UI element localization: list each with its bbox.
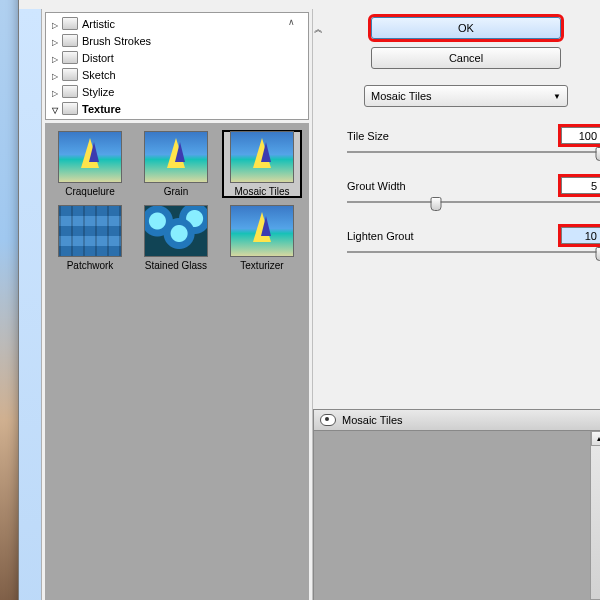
- tree-label: Stylize: [82, 86, 114, 98]
- effect-layers-panel: Mosaic Tiles ▴ ▾: [313, 409, 600, 600]
- tree-item-texture[interactable]: Texture: [46, 100, 308, 117]
- effect-layer-label: Mosaic Tiles: [342, 414, 403, 426]
- preview-pane-edge: [19, 9, 42, 600]
- tree-item-artistic[interactable]: Artistic: [46, 15, 308, 32]
- tree-item-brush-strokes[interactable]: Brush Strokes: [46, 32, 308, 49]
- tree-item-distort[interactable]: Distort: [46, 49, 308, 66]
- chevron-right-icon: [52, 18, 58, 30]
- tree-label: Distort: [82, 52, 114, 64]
- folder-icon: [62, 85, 78, 98]
- param-lighten-grout: Lighten Grout: [347, 227, 600, 244]
- thumb-preview: [230, 131, 294, 183]
- dropdown-value: Mosaic Tiles: [371, 90, 432, 102]
- thumb-preview: [58, 131, 122, 183]
- filter-select-dropdown[interactable]: Mosaic Tiles ▼: [364, 85, 568, 107]
- folder-icon: [62, 34, 78, 47]
- ok-button[interactable]: OK: [371, 17, 561, 39]
- chevron-right-icon: [52, 52, 58, 64]
- thumb-patchwork[interactable]: Patchwork: [51, 205, 129, 271]
- thumb-preview: [144, 205, 208, 257]
- tree-label: Artistic: [82, 18, 115, 30]
- chevron-down-icon: ▼: [553, 92, 561, 101]
- param-tile-size: Tile Size: [347, 127, 600, 144]
- thumb-label: Mosaic Tiles: [223, 186, 301, 197]
- thumb-preview: [230, 205, 294, 257]
- tree-item-sketch[interactable]: Sketch: [46, 66, 308, 83]
- thumb-label: Texturizer: [223, 260, 301, 271]
- tile-size-input[interactable]: [561, 127, 600, 144]
- thumb-texturizer[interactable]: Texturizer: [223, 205, 301, 271]
- tree-label: Texture: [82, 103, 121, 115]
- folder-icon: [62, 51, 78, 64]
- thumb-grain[interactable]: Grain: [137, 131, 215, 197]
- thumb-label: Grain: [137, 186, 215, 197]
- layer-scrollbar[interactable]: ▴ ▾: [590, 431, 600, 600]
- grout-width-slider[interactable]: [347, 197, 600, 207]
- chevron-right-icon: [52, 86, 58, 98]
- folder-icon: [62, 68, 78, 81]
- folder-icon: [62, 102, 78, 115]
- param-label: Lighten Grout: [347, 230, 414, 242]
- thumb-stained-glass[interactable]: Stained Glass: [137, 205, 215, 271]
- filter-gallery-dialog: ∧ Artistic Brush Strokes: [18, 0, 600, 600]
- scroll-up-icon[interactable]: ∧: [288, 17, 302, 27]
- thumb-mosaic-tiles[interactable]: Mosaic Tiles: [223, 131, 301, 197]
- chevron-right-icon: [52, 69, 58, 81]
- lighten-grout-input[interactable]: [561, 227, 600, 244]
- filter-thumbnails: Craquelure Grain Mosaic Tiles Patch: [45, 123, 309, 600]
- lighten-grout-slider[interactable]: [347, 247, 600, 257]
- visibility-eye-icon[interactable]: [320, 414, 336, 426]
- folder-icon: [62, 17, 78, 30]
- tree-label: Brush Strokes: [82, 35, 151, 47]
- tile-size-slider[interactable]: [347, 147, 600, 157]
- chevron-down-icon: [52, 103, 58, 115]
- param-grout-width: Grout Width: [347, 177, 600, 194]
- thumb-preview: [144, 131, 208, 183]
- thumb-label: Patchwork: [51, 260, 129, 271]
- scroll-up-icon[interactable]: ▴: [591, 431, 600, 446]
- tree-scroll[interactable]: ∧: [288, 17, 302, 27]
- tree-item-stylize[interactable]: Stylize: [46, 83, 308, 100]
- param-label: Tile Size: [347, 130, 389, 142]
- filter-settings-panel: ︽ OK Cancel Mosaic Tiles ▼ Tile Size Gro…: [312, 9, 600, 600]
- thumb-label: Craquelure: [51, 186, 129, 197]
- thumb-label: Stained Glass: [137, 260, 215, 271]
- collapse-toggle-icon[interactable]: ︽: [311, 23, 325, 36]
- grout-width-input[interactable]: [561, 177, 600, 194]
- thumb-craquelure[interactable]: Craquelure: [51, 131, 129, 197]
- effect-layer-row[interactable]: Mosaic Tiles: [314, 410, 600, 431]
- thumb-preview: [58, 205, 122, 257]
- param-label: Grout Width: [347, 180, 406, 192]
- cancel-button[interactable]: Cancel: [371, 47, 561, 69]
- filter-picker-panel: ∧ Artistic Brush Strokes: [42, 9, 312, 600]
- chevron-right-icon: [52, 35, 58, 47]
- tree-label: Sketch: [82, 69, 116, 81]
- filter-category-tree: ∧ Artistic Brush Strokes: [45, 12, 309, 120]
